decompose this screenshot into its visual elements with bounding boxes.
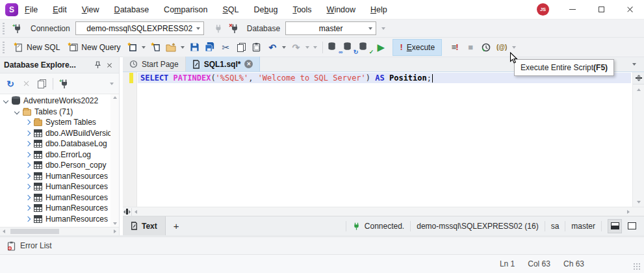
- tree-item[interactable]: System Tables: [0, 117, 110, 128]
- refresh-connection-button[interactable]: ↻: [342, 40, 357, 55]
- toolbar-grip[interactable]: [3, 23, 5, 34]
- chevron-right-icon[interactable]: [25, 195, 31, 200]
- explorer-toolbar-overflow[interactable]: [107, 76, 116, 92]
- new-document-dropdown[interactable]: [140, 40, 148, 55]
- refresh-button[interactable]: ↻: [3, 76, 18, 92]
- cut-button[interactable]: ✂: [218, 40, 233, 55]
- scroll-up-icon[interactable]: [637, 88, 641, 91]
- new-query-button[interactable]: New Query: [64, 40, 124, 54]
- execute-button[interactable]: ! Execute: [393, 39, 442, 56]
- tree-vertical-scrollbar[interactable]: [110, 94, 119, 227]
- redo-dropdown[interactable]: [303, 40, 311, 55]
- tab-start-page[interactable]: Start Page: [123, 57, 186, 72]
- chevron-right-icon[interactable]: [25, 131, 31, 136]
- toolbar-overflow-icon[interactable]: [381, 27, 385, 30]
- chevron-down-icon[interactable]: [3, 98, 8, 103]
- chevron-right-icon[interactable]: [25, 152, 31, 157]
- open-file-dropdown[interactable]: [179, 40, 187, 55]
- menu-edit[interactable]: Edit: [53, 5, 67, 14]
- undo-button[interactable]: ↶: [264, 40, 280, 55]
- tree-item[interactable]: dbo.DatabaseLog: [0, 138, 110, 150]
- tab-sql1[interactable]: SQL1.sql* ✕: [186, 57, 261, 72]
- explorer-new-connection-button[interactable]: +: [57, 76, 72, 92]
- menu-view[interactable]: View: [82, 5, 99, 14]
- edit-parameters-button[interactable]: (@): [494, 40, 509, 55]
- error-list-bar[interactable]: Error List: [0, 237, 644, 255]
- paste-button[interactable]: [249, 40, 264, 55]
- tree-item[interactable]: Tables (71): [0, 107, 110, 118]
- tree-item[interactable]: HumanResources: [0, 171, 110, 182]
- close-panel-button[interactable]: [103, 59, 115, 71]
- layout-split-button[interactable]: [608, 219, 622, 233]
- chevron-right-icon[interactable]: [25, 141, 31, 146]
- validate-connection-button[interactable]: ✓: [357, 40, 373, 55]
- menu-database[interactable]: Database: [114, 5, 149, 14]
- stop-button[interactable]: ■: [463, 40, 478, 55]
- editor-vertical-scrollbar[interactable]: [632, 72, 644, 207]
- chevron-right-icon[interactable]: [25, 174, 31, 179]
- chevron-right-icon[interactable]: [25, 205, 31, 211]
- menu-sql[interactable]: SQL: [223, 5, 239, 14]
- menu-debug[interactable]: Debug: [254, 5, 278, 14]
- new-sql-button[interactable]: New SQL: [10, 40, 64, 54]
- split-editor-handle[interactable]: [633, 72, 644, 84]
- new-connection-button[interactable]: +: [10, 21, 25, 36]
- tree-item[interactable]: dbo.AWBuildVersio: [0, 128, 110, 139]
- connection-select[interactable]: demo-mssql\SQLEXPRESS02: [75, 21, 204, 35]
- tree-item[interactable]: HumanResources: [0, 192, 110, 203]
- resize-grip[interactable]: [633, 263, 640, 270]
- close-tab-icon[interactable]: ✕: [244, 60, 253, 68]
- close-button[interactable]: [615, 0, 644, 19]
- editor-horizontal-scrollbar[interactable]: [123, 207, 644, 216]
- undo-dropdown[interactable]: [280, 40, 288, 55]
- text-view-tab[interactable]: Text: [123, 216, 166, 235]
- scrollbar-thumb[interactable]: [10, 229, 59, 234]
- database-select[interactable]: master: [285, 21, 376, 35]
- delete-button[interactable]: [18, 76, 34, 92]
- tab-list-dropdown[interactable]: [632, 63, 636, 66]
- tree-item[interactable]: dbo.Person_copy: [0, 160, 110, 171]
- connect-button[interactable]: [211, 21, 226, 36]
- menu-window[interactable]: Window: [327, 5, 355, 14]
- save-all-button[interactable]: [202, 40, 218, 55]
- chevron-down-icon[interactable]: [14, 109, 19, 114]
- redo-button[interactable]: ↷: [288, 40, 303, 55]
- tree-horizontal-scrollbar[interactable]: [0, 227, 119, 235]
- minimize-button[interactable]: [558, 0, 587, 19]
- maximize-button[interactable]: [587, 0, 615, 19]
- status-server[interactable]: demo-mssql\SQLEXPRESS02 (16): [417, 222, 538, 231]
- save-button[interactable]: [187, 40, 202, 55]
- split-editor-vertical-handle[interactable]: [123, 208, 132, 216]
- new-window-button[interactable]: [148, 40, 163, 55]
- start-debug-button[interactable]: ▶: [373, 40, 389, 55]
- tree-item[interactable]: dbo.ErrorLog: [0, 150, 110, 161]
- scroll-left-icon[interactable]: [135, 210, 137, 214]
- scroll-left-icon[interactable]: [3, 229, 5, 233]
- user-avatar[interactable]: JS: [537, 3, 549, 16]
- scroll-down-icon[interactable]: [637, 201, 641, 203]
- layout-full-button[interactable]: [625, 219, 639, 233]
- open-file-button[interactable]: [163, 40, 179, 55]
- new-document-button[interactable]: [124, 40, 140, 55]
- scroll-right-icon[interactable]: [627, 210, 630, 214]
- execution-history-button[interactable]: [478, 40, 494, 55]
- status-user[interactable]: sa: [551, 222, 560, 231]
- chevron-right-icon[interactable]: [25, 120, 31, 125]
- tree-item[interactable]: AdventureWorks2022: [0, 96, 110, 107]
- menu-help[interactable]: Help: [370, 5, 387, 14]
- toolbar-grip[interactable]: [3, 42, 5, 53]
- chevron-right-icon[interactable]: [25, 216, 31, 222]
- more-dropdown[interactable]: [311, 40, 319, 55]
- execute-script-button[interactable]: ≡!: [447, 40, 463, 55]
- menu-comparison[interactable]: Comparison: [164, 5, 207, 14]
- tree-item[interactable]: HumanResources: [0, 214, 110, 225]
- scroll-right-icon[interactable]: [114, 229, 116, 233]
- chevron-right-icon[interactable]: [25, 162, 31, 168]
- assign-connection-button[interactable]: ∞: [326, 40, 342, 55]
- tree-item[interactable]: HumanResources: [0, 181, 110, 192]
- duplicate-button[interactable]: [34, 76, 49, 92]
- scroll-down-icon[interactable]: [113, 222, 117, 225]
- copy-button[interactable]: [233, 40, 249, 55]
- chevron-right-icon[interactable]: [25, 184, 31, 189]
- status-database[interactable]: master: [571, 222, 595, 231]
